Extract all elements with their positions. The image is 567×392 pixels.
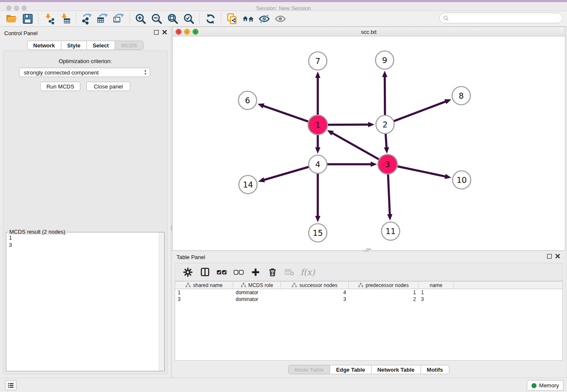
search-field[interactable]	[449, 15, 555, 21]
tab-style[interactable]: Style	[61, 41, 87, 50]
export-image-button[interactable]	[111, 12, 127, 25]
column-header-shared-name[interactable]: shared name	[175, 282, 233, 289]
select-all-rows-button[interactable]	[214, 265, 229, 279]
edge-arrow-icon	[315, 72, 320, 78]
table-row[interactable]: 3dominator323	[175, 296, 562, 303]
zoom-fit-button[interactable]	[165, 12, 181, 25]
delete-table-button	[282, 265, 297, 279]
zoom-in-button[interactable]	[132, 12, 149, 25]
show-all-button[interactable]	[272, 12, 288, 25]
edge-arrow-icon	[445, 174, 451, 179]
table-cell[interactable]: 3	[281, 296, 349, 303]
hide-selected-button[interactable]	[256, 12, 272, 25]
export-table-button[interactable]	[95, 12, 111, 25]
first-neighbors-button[interactable]	[240, 12, 256, 25]
list-icon	[7, 382, 14, 389]
mcds-result-line: 3	[9, 241, 156, 248]
table-tab-edge-table[interactable]: Edge Table	[330, 365, 371, 374]
edge-4-14[interactable]	[263, 167, 309, 180]
table-cell[interactable]: 1	[418, 289, 454, 296]
edge-3-11[interactable]	[388, 173, 390, 215]
table-cell[interactable]: 2	[349, 296, 418, 303]
edge-2-9[interactable]	[385, 76, 385, 116]
result-scrollbar[interactable]	[159, 232, 164, 371]
table-tab-motifs[interactable]: Motifs	[421, 365, 449, 374]
import-table-icon	[60, 13, 71, 25]
horizontal-splitter[interactable]	[363, 251, 369, 251]
table-cell[interactable]: dominator	[233, 289, 281, 296]
close-panel-button[interactable]: Close panel	[86, 82, 130, 91]
mcds-result-list[interactable]: 13	[6, 233, 158, 371]
column-header-MCDS-role[interactable]: MCDS role	[233, 282, 281, 289]
criterion-dropdown[interactable]: strongly connected component ▲▼	[19, 68, 150, 77]
column-header-name[interactable]: name	[418, 282, 454, 289]
table-settings-button[interactable]	[180, 265, 195, 279]
control-panel-tabs: NetworkStyleSelectMCDS	[0, 41, 171, 50]
close-table-panel-icon[interactable]	[555, 254, 560, 259]
run-mcds-button[interactable]: Run MCDS	[40, 82, 80, 91]
table-cell[interactable]: 1	[175, 289, 233, 296]
table-tab-node-table[interactable]: Node Table	[288, 365, 330, 374]
apply-layout-icon	[205, 13, 216, 25]
gear-icon	[183, 267, 193, 277]
apply-layout-button[interactable]	[202, 12, 218, 25]
export-table-icon	[97, 13, 109, 25]
network-canvas[interactable]: 1234678910111415	[173, 36, 565, 250]
edge-1-6[interactable]	[263, 106, 309, 122]
task-history-button[interactable]	[5, 380, 17, 390]
memory-label: Memory	[539, 382, 559, 389]
table-row[interactable]: 1dominator411	[175, 289, 562, 296]
edge-1-2[interactable]	[327, 124, 369, 125]
show-columns-button[interactable]	[197, 265, 212, 279]
table-cell[interactable]: 4	[281, 289, 349, 296]
search-input[interactable]	[439, 13, 563, 23]
float-table-panel-icon[interactable]	[547, 254, 552, 259]
network-graph[interactable]: 1234678910111415	[173, 36, 565, 251]
node-label-7: 7	[315, 56, 320, 66]
export-image-icon	[113, 13, 125, 25]
zoom-out-button[interactable]	[149, 12, 165, 25]
memory-button[interactable]: Memory	[527, 380, 564, 391]
network-window-titlebar[interactable]: × − + scc.txt	[173, 27, 565, 36]
dropdown-stepper-icon: ▲▼	[144, 69, 147, 76]
edge-2-3[interactable]	[385, 133, 386, 148]
open-session-button[interactable]	[3, 12, 19, 25]
save-session-button[interactable]	[19, 12, 36, 25]
zoom-selected-button[interactable]	[181, 12, 197, 25]
table-cell[interactable]: 1	[349, 289, 418, 296]
edge-2-8[interactable]	[394, 101, 446, 121]
edge-arrow-icon	[387, 214, 392, 221]
toolbar-separator	[129, 13, 130, 24]
table-cell[interactable]: 3	[418, 296, 454, 303]
tab-network[interactable]: Network	[27, 41, 61, 50]
copy-view-button[interactable]	[224, 12, 240, 25]
table-panel-title: Table Panel	[176, 254, 205, 260]
canvas-resize-grip[interactable]	[366, 248, 371, 250]
tab-select[interactable]: Select	[87, 41, 115, 50]
column-header-successor-nodes[interactable]: successor nodes	[281, 282, 349, 289]
window-titlebar: Session: New Session	[0, 0, 567, 11]
table-cell[interactable]: 3	[175, 296, 233, 303]
import-table-button[interactable]	[57, 12, 73, 25]
plus-icon	[250, 267, 261, 277]
float-panel-icon[interactable]	[154, 30, 159, 35]
import-network-button[interactable]	[41, 12, 57, 25]
edge-arrow-icon	[371, 162, 377, 167]
edge-3-1[interactable]	[332, 133, 380, 160]
export-network-button[interactable]	[79, 12, 95, 25]
edge-3-10[interactable]	[396, 166, 446, 177]
create-column-button[interactable]	[248, 265, 263, 279]
deselect-all-rows-button[interactable]	[231, 265, 246, 279]
fx-icon: f(x)	[299, 267, 315, 277]
table-header-row: shared nameMCDS rolesuccessor nodesprede…	[175, 281, 562, 289]
copy-view-icon	[226, 13, 238, 25]
delete-column-button[interactable]	[265, 265, 280, 279]
close-panel-icon[interactable]	[162, 30, 167, 35]
table-tab-network-table[interactable]: Network Table	[372, 365, 421, 374]
node-label-14: 14	[243, 180, 253, 189]
column-header-predecessor-nodes[interactable]: predecessor nodes	[349, 282, 418, 289]
table-cell[interactable]: dominator	[233, 296, 281, 303]
tab-mcds[interactable]: MCDS	[115, 41, 143, 50]
memory-status-icon	[531, 383, 537, 388]
edge-arrow-icon	[368, 122, 374, 127]
